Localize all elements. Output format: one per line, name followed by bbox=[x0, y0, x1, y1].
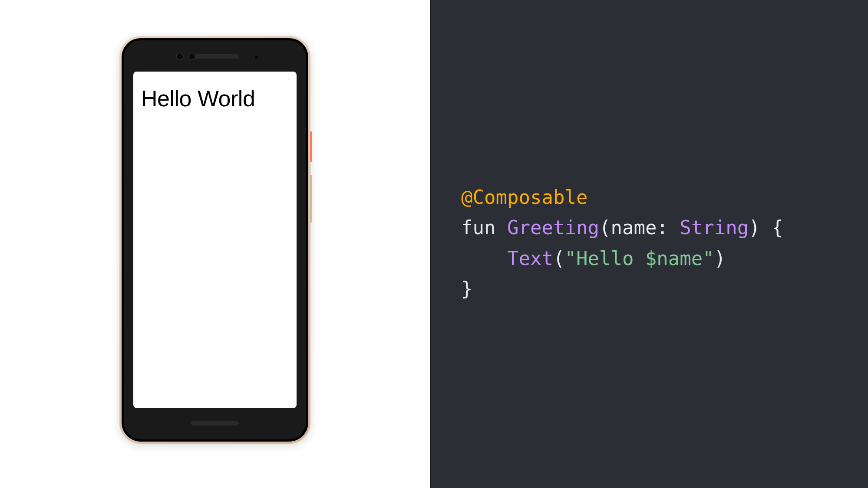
type-string: String bbox=[680, 216, 749, 239]
speaker-bottom-icon bbox=[191, 421, 239, 426]
paren-close-brace: ) { bbox=[749, 216, 783, 239]
keyword-fun: fun bbox=[461, 216, 495, 239]
camera-icon bbox=[176, 52, 184, 60]
camera-icon bbox=[188, 52, 196, 60]
code-panel: @Composable fun Greeting(name: String) {… bbox=[430, 0, 868, 488]
sensor-icon bbox=[255, 56, 258, 59]
paren-open: ( bbox=[599, 216, 611, 239]
text-paren-open: ( bbox=[553, 247, 565, 269]
greeting-text: Hello World bbox=[141, 85, 289, 111]
indent bbox=[461, 247, 507, 269]
param-name: name bbox=[611, 216, 657, 239]
power-button-icon bbox=[310, 131, 312, 162]
phone-bezel: Hello World bbox=[124, 40, 306, 439]
function-name-text: Text bbox=[507, 247, 553, 269]
volume-button-icon bbox=[310, 175, 312, 223]
code-snippet: @Composable fun Greeting(name: String) {… bbox=[461, 182, 868, 305]
closing-brace: } bbox=[461, 278, 473, 300]
function-name-greeting: Greeting bbox=[507, 216, 599, 239]
speaker-top-icon bbox=[191, 54, 239, 59]
string-literal: "Hello $name" bbox=[564, 247, 714, 269]
preview-panel: Hello World bbox=[0, 0, 430, 488]
phone-screen: Hello World bbox=[133, 72, 297, 408]
annotation-composable: @Composable bbox=[461, 186, 587, 208]
phone-mockup: Hello World bbox=[119, 36, 310, 444]
colon: : bbox=[657, 216, 680, 239]
text-paren-close: ) bbox=[714, 247, 726, 269]
